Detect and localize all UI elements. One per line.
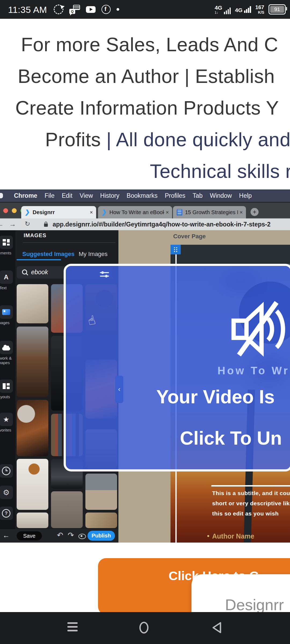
new-tab-button: + [251, 208, 259, 216]
youtube-icon [86, 6, 96, 13]
cover-subtitle-line-3: this so edit as you wish [212, 510, 279, 517]
browser-refresh-icon: ↻ [25, 220, 30, 228]
document-favicon-icon [177, 209, 182, 216]
tab-close-icon: × [166, 209, 169, 215]
unmute-message-line-2[interactable]: Click To Un [180, 427, 282, 449]
status-bar: 11:35 AM Q 4G1↓ 4G 167 K/S 91 [0, 0, 290, 19]
headline-line-5: Technical skills r [150, 160, 290, 182]
app-sidebar: Elements AText Images Artwork & Shapes L… [0, 230, 15, 543]
editor-footer-bar: ← Save ↶ ↷ Publish [0, 529, 118, 543]
signal-bars-icon [244, 6, 251, 13]
image-thumbnail [85, 474, 117, 510]
video-muted-overlay[interactable]: ☝ How To Wr Your Video Is Click To Un ‹ [64, 264, 290, 471]
image-thumbnail [17, 284, 48, 323]
tab-close-icon: × [90, 209, 93, 215]
network-speed: 167 K/S [255, 5, 264, 14]
phone-screen: 11:35 AM Q 4G1↓ 4G 167 K/S 91 [0, 0, 290, 644]
tab-close-icon: × [240, 209, 243, 215]
panel-title: IMAGES [24, 232, 46, 239]
redo-icon: ↷ [68, 531, 74, 540]
recents-menu-icon[interactable] [67, 622, 78, 634]
close-window-icon [3, 208, 8, 213]
tab-designrr: ❯ Designrr × [21, 206, 96, 218]
cover-top-strip [171, 245, 290, 264]
apple-logo-icon [0, 193, 3, 198]
video-frame[interactable]: Chrome File Edit View History Bookmarks … [0, 189, 290, 543]
sim2-signal: 4G [235, 6, 251, 13]
preview-eye-icon [78, 534, 86, 539]
signal-bars-icon [224, 7, 231, 14]
image-thumbnail [17, 513, 48, 528]
headline-line-4: Profits | All done quickly and [45, 129, 290, 151]
browser-forward-icon: → [9, 220, 16, 228]
muted-speaker-icon [230, 297, 290, 361]
more-notifications-dot-icon [117, 8, 119, 11]
sim1-signal: 4G1↓ [215, 5, 231, 14]
help-icon: ? [0, 507, 13, 520]
headline-line-3: Create Information Products Y [15, 97, 279, 119]
drag-handle-icon [171, 245, 181, 254]
android-nav-bar [0, 612, 290, 644]
battery-percent: 91 [270, 6, 284, 13]
headline-line-1: For more Sales, Leads And C [21, 34, 278, 56]
image-thumbnail [17, 400, 48, 456]
menu-help: Help [239, 192, 252, 199]
page-headline: For more Sales, Leads And C Become an Au… [0, 19, 290, 189]
designrr-favicon-icon: ❯ [101, 209, 107, 216]
speedometer-icon [52, 3, 65, 16]
tab-how-to-write-ebook: ❯ How To Write an eBook in 7 St × [98, 206, 172, 218]
video-cover-title-fragment: How To Wr [218, 365, 289, 377]
brand-name: Designrr [225, 596, 284, 614]
menu-chrome: Chrome [14, 192, 37, 199]
search-icon [22, 269, 27, 275]
home-icon[interactable] [139, 622, 148, 634]
status-indicators: 4G1↓ 4G 167 K/S 91 [215, 0, 286, 19]
menu-tab: Tab [193, 192, 202, 199]
notification-icons: Q [54, 0, 119, 19]
save-button: Save [17, 531, 42, 540]
facebook-icon [102, 5, 111, 14]
clock-time: 11:35 AM [8, 5, 47, 15]
clock-icon [0, 464, 13, 478]
canvas-page-label: Cover Page [173, 233, 206, 240]
menu-edit: Edit [62, 192, 73, 199]
undo-icon: ↶ [57, 531, 63, 540]
image-thumbnail [85, 513, 117, 528]
menu-history: History [100, 192, 119, 199]
star-icon: ★ [0, 413, 13, 426]
cover-subtitle-line-1: This is a subtitle, and it could b [212, 490, 290, 496]
search-value: ebook [31, 269, 48, 276]
back-arrow-icon: ← [3, 531, 10, 540]
designrr-favicon-icon: ❯ [24, 209, 30, 216]
gear-icon: ⚙ [0, 486, 13, 499]
https-lock-icon [44, 224, 48, 227]
publish-button: Publish [88, 531, 115, 541]
browser-url-bar: ← → ↻ app.designrr.io/#/builder/Geytimrt… [0, 218, 290, 230]
browser-back-icon: ← [0, 220, 4, 228]
layouts-icon [0, 379, 13, 393]
menu-file: File [45, 192, 55, 199]
cover-author-name: Author Name [212, 532, 254, 540]
menu-bookmarks: Bookmarks [127, 192, 158, 199]
panel-divider [23, 242, 115, 243]
address-url: app.designrr.io/#/builder/Geytimrtga4q/h… [53, 221, 270, 228]
battery-icon: 91 [269, 4, 286, 14]
elements-icon [0, 236, 13, 249]
image-thumbnail [17, 327, 48, 397]
active-tab-underline [17, 259, 61, 260]
image-thumbnail [51, 491, 83, 528]
chat-q-icon: Q [69, 5, 80, 14]
tab-suggested-images: Suggested Images [22, 251, 74, 258]
back-icon[interactable] [212, 622, 222, 634]
tab-my-images: My Images [79, 251, 108, 258]
cover-subtitle-line-2: short or very descriptive like [212, 500, 290, 507]
image-thumbnail [17, 459, 48, 510]
collapse-panel-chevron-icon: ‹ [115, 376, 123, 403]
menu-profiles: Profiles [165, 192, 186, 199]
images-icon [0, 305, 13, 319]
menu-window: Window [210, 192, 232, 199]
text-icon: A [0, 270, 13, 284]
headline-line-2: Become an Author | Establish [18, 65, 275, 87]
muted-message-line-1: Your Video Is [156, 386, 275, 408]
mac-menu-bar: Chrome File Edit View History Bookmarks … [0, 189, 290, 202]
